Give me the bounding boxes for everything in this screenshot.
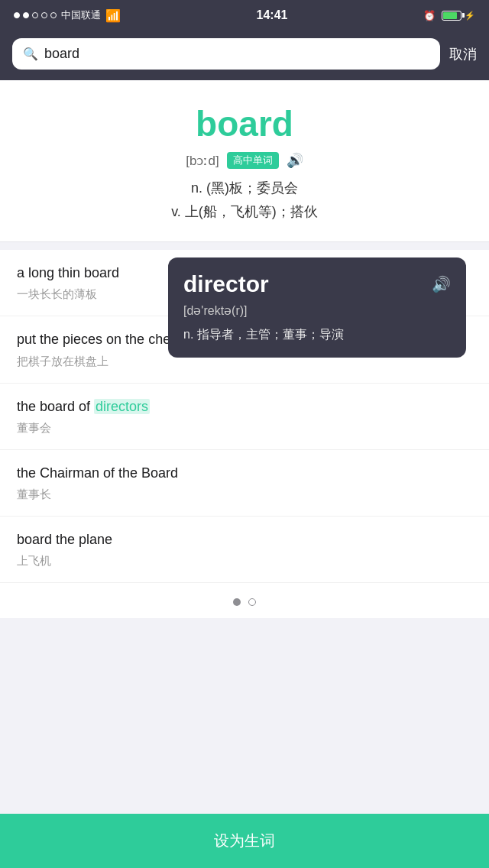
word-definition: n. (黑)板；委员会 v. 上(船，飞机等)；搭伙 [15, 177, 474, 223]
carrier-label: 中国联通 [61, 8, 101, 22]
bottom-spacer [0, 618, 489, 679]
status-bar: 中国联通 📶 14:41 ⏰ ⚡ [0, 0, 489, 31]
tooltip-def: n. 指导者，主管；董事；导演 [183, 326, 451, 344]
example-item-4: the Chairman of the Board 董事长 [0, 450, 489, 517]
battery-icon [442, 11, 461, 21]
dot2 [23, 12, 29, 18]
signal-dots [14, 12, 57, 18]
cancel-button[interactable]: 取消 [449, 45, 477, 63]
charging-icon: ⚡ [465, 11, 475, 21]
example-en-text-5: board the plane [17, 532, 112, 547]
example-zh-3: 董事会 [17, 421, 472, 436]
phonetic: [bɔːd] [186, 153, 219, 169]
search-input-container[interactable]: 🔍 board [12, 38, 440, 70]
example-item-5: board the plane 上飞机 [0, 517, 489, 583]
highlight-directors: directors [94, 399, 150, 414]
example-en-4: the Chairman of the Board [17, 464, 472, 483]
example-item-3: the board of directors 董事会 [0, 384, 489, 450]
level-badge: 高中单词 [227, 152, 279, 169]
battery: ⚡ [442, 11, 475, 21]
search-icon: 🔍 [23, 47, 38, 61]
add-to-vocabulary-button[interactable]: 设为生词 [0, 814, 489, 868]
word-title: board [15, 103, 474, 144]
example-zh-4: 董事长 [17, 487, 472, 502]
example-en-3: the board of directors [17, 397, 472, 416]
tooltip-phonetic: [də'rektə(r)] [183, 303, 451, 318]
search-bar: 🔍 board 取消 [0, 31, 489, 80]
dot4 [41, 12, 47, 18]
tooltip-popup: director 🔊 [də'rektə(r)] n. 指导者，主管；董事；导演 [168, 257, 466, 358]
wifi-icon: 📶 [105, 8, 121, 23]
tooltip-audio-icon[interactable]: 🔊 [432, 275, 451, 293]
page-dot-1[interactable] [233, 598, 241, 606]
example-item-1: a long thin board 一块长长的薄板 director 🔊 [də… [0, 250, 489, 316]
audio-icon[interactable]: 🔊 [287, 152, 303, 169]
word-card: board [bɔːd] 高中单词 🔊 n. (黑)板；委员会 v. 上(船，飞… [0, 80, 489, 242]
example-en-5: board the plane [17, 530, 472, 549]
dot3 [32, 12, 38, 18]
pagination [0, 583, 489, 618]
dot1 [14, 12, 20, 18]
tooltip-word: director [183, 271, 269, 297]
time-label: 14:41 [257, 8, 288, 22]
def-line2: v. 上(船，飞机等)；搭伙 [171, 204, 318, 219]
status-right: ⏰ ⚡ [423, 10, 475, 21]
status-left: 中国联通 📶 [14, 8, 121, 23]
example-en-text-3-before: the board of [17, 399, 94, 414]
example-en-text-1: a long thin board [17, 265, 119, 280]
battery-fill [443, 12, 457, 19]
tooltip-header: director 🔊 [183, 271, 451, 297]
example-zh-5: 上飞机 [17, 554, 472, 568]
alarm-icon: ⏰ [423, 10, 436, 21]
dot5 [50, 12, 57, 18]
word-meta: [bɔːd] 高中单词 🔊 [15, 152, 474, 169]
examples-list: a long thin board 一块长长的薄板 director 🔊 [də… [0, 250, 489, 618]
def-line1: n. (黑)板；委员会 [191, 180, 298, 196]
page-dot-2[interactable] [248, 598, 256, 606]
search-query: board [44, 46, 79, 62]
example-en-text-4: the Chairman of the Board [17, 465, 178, 481]
